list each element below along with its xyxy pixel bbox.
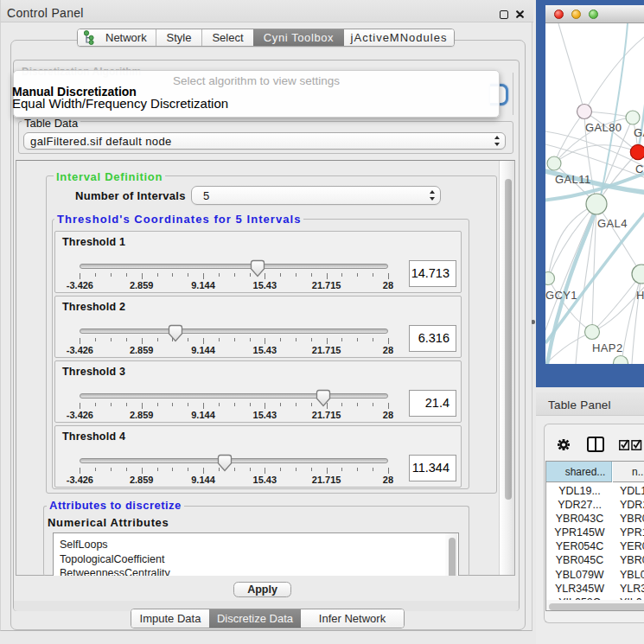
svg-text:GAL4: GAL4 xyxy=(597,217,628,230)
svg-text:H: H xyxy=(636,289,644,302)
svg-text:GAL80: GAL80 xyxy=(585,121,622,134)
svg-text:C: C xyxy=(635,163,644,175)
svg-text:GA: GA xyxy=(634,126,644,139)
svg-text:HAP2: HAP2 xyxy=(592,341,623,354)
svg-text:GCY1: GCY1 xyxy=(545,289,577,302)
svg-text:GAL11: GAL11 xyxy=(555,173,591,186)
